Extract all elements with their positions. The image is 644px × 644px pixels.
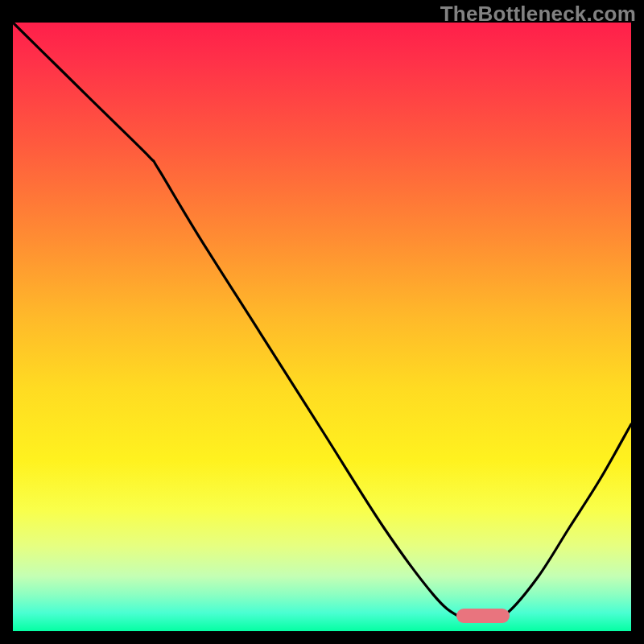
bottleneck-curve	[13, 23, 631, 631]
plot-area	[13, 23, 631, 631]
chart-frame: TheBottleneck.com	[0, 0, 644, 644]
optimal-marker	[456, 609, 510, 623]
watermark-text: TheBottleneck.com	[440, 2, 636, 27]
